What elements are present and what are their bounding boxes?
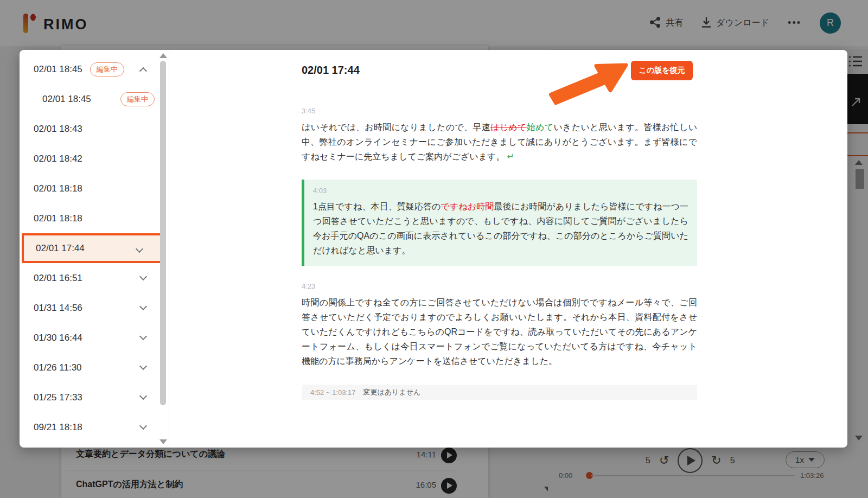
version-time: 01/30 16:44 [34, 333, 82, 343]
inserted-text: 始めて [527, 123, 554, 132]
no-changes-label: 変更はありません [363, 387, 421, 397]
time-range: 4:52 ~ 1:03:17 [310, 388, 356, 397]
chevron-down-icon[interactable] [139, 362, 147, 370]
transcript-paragraph: はいそれでは、お時間になりましたので、早速はじめて始めていきたいと思います。皆様… [302, 120, 697, 164]
editing-badge: 編集中 [90, 62, 124, 76]
transcript-paragraph: 時間の関係上ですね全ての方にご回答させていただけない場合は個別でですねメール等々… [302, 295, 697, 368]
chevron-down-icon[interactable] [139, 392, 147, 400]
return-mark-icon: ↵ [507, 152, 514, 161]
annotation-arrow-icon [549, 62, 630, 108]
version-item[interactable]: 01/30 16:44 [20, 323, 169, 353]
version-item[interactable]: 02/01 18:45 編集中 [20, 84, 169, 114]
version-item[interactable]: 02/01 18:42 [20, 144, 169, 174]
scrollbar-down-arrow[interactable] [159, 439, 167, 444]
version-item[interactable]: 01/31 14:56 [20, 293, 169, 323]
scrollbar-thumb[interactable] [160, 61, 166, 405]
version-preview: この版を復元 02/01 17:44 3:45 はいそれでは、お時間になりました… [169, 50, 847, 448]
version-time: 01/31 14:56 [34, 303, 82, 314]
version-time: 02/01 18:18 [34, 183, 82, 194]
version-history-modal: 02/01 18:45 編集中 02/01 18:45 編集中 02/01 18… [20, 50, 847, 448]
chevron-down-icon[interactable] [139, 333, 147, 340]
transcript-paragraph: 1点目ですね、本日、質疑応答のですねお時間最後にお時間がありましたら皆様にですね… [313, 199, 688, 258]
deleted-text: はじめて [490, 123, 527, 132]
version-item-selected[interactable]: 02/01 17:44 [22, 233, 163, 263]
version-item[interactable]: 02/01 16:51 [20, 263, 169, 293]
editing-badge: 編集中 [120, 92, 155, 106]
version-item[interactable]: 02/01 18:43 [20, 114, 169, 144]
version-list-scrollbar[interactable] [159, 52, 168, 445]
chevron-down-icon[interactable] [139, 422, 147, 430]
version-time: 02/01 18:43 [34, 124, 82, 135]
deleted-text: ですねお時間 [441, 202, 494, 211]
version-time: 09/21 18:18 [34, 422, 82, 433]
text-segment: はいそれでは、お時間になりましたので、早速 [302, 123, 490, 132]
highlighted-paragraph-block: 4:03 1点目ですね、本日、質疑応答のですねお時間最後にお時間がありましたら皆… [302, 180, 697, 266]
version-list: 02/01 18:45 編集中 02/01 18:45 編集中 02/01 18… [20, 50, 169, 448]
version-item[interactable]: 02/01 18:18 [20, 203, 169, 233]
version-time: 02/01 18:45 [42, 94, 91, 105]
text-segment: 1点目ですね、本日、質疑応答の [313, 202, 441, 211]
version-item[interactable]: 01/25 17:33 [20, 382, 169, 412]
chevron-down-icon[interactable] [139, 273, 147, 280]
version-time: 02/01 18:45 [34, 64, 82, 75]
chevron-down-icon[interactable] [136, 245, 143, 253]
chevron-up-icon[interactable] [139, 67, 147, 75]
paragraph-timestamp: 3:45 [302, 107, 697, 115]
version-item[interactable]: 01/26 11:30 [20, 353, 169, 382]
version-time: 02/01 18:18 [34, 213, 82, 224]
version-item[interactable]: 09/21 18:18 [20, 412, 169, 442]
chevron-down-icon[interactable] [139, 303, 147, 310]
scrollbar-up-arrow[interactable] [159, 53, 167, 58]
version-time: 02/01 18:42 [34, 154, 82, 164]
version-time: 01/26 11:30 [34, 362, 82, 373]
version-item[interactable]: 02/01 18:45 編集中 [20, 54, 169, 84]
version-time: 01/25 17:33 [34, 392, 82, 403]
no-changes-bar: 4:52 ~ 1:03:17 変更はありません [302, 385, 697, 400]
version-time: 02/01 17:44 [36, 243, 85, 254]
version-item[interactable]: 02/01 18:18 [20, 174, 169, 203]
paragraph-timestamp: 4:03 [313, 187, 688, 195]
version-title: 02/01 17:44 [302, 64, 697, 76]
paragraph-timestamp: 4:23 [302, 282, 697, 290]
version-time: 02/01 16:51 [34, 273, 82, 284]
